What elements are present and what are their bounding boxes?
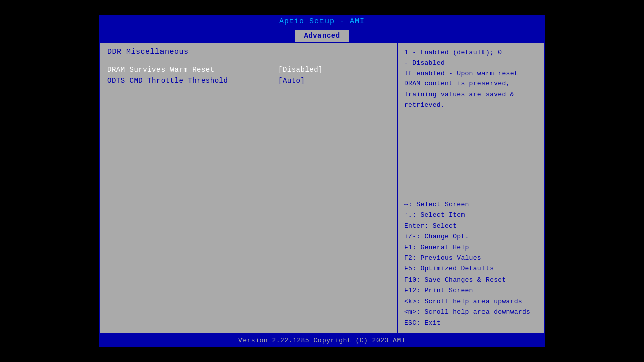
key-f5: F5: Optimized Defaults xyxy=(404,263,538,274)
setting-value-odts: [Auto] xyxy=(278,77,305,85)
right-panel: 1 - Enabled (default); 0 - Disabled If e… xyxy=(398,43,544,333)
left-panel: DDR Miscellaneous DRAM Survives Warm Res… xyxy=(100,43,398,333)
key-f10: F10: Save Changes & Reset xyxy=(404,275,538,285)
key-f1: F1: General Help xyxy=(404,242,538,253)
setting-label-dram: DRAM Survives Warm Reset xyxy=(107,66,278,74)
bios-container: Aptio Setup - AMI Advanced DDR Miscellan… xyxy=(99,15,545,347)
key-f12: F12: Print Screen xyxy=(404,285,538,296)
key-select-item: ↑↓: Select Item xyxy=(404,210,538,220)
key-k: <k>: Scroll help area upwards xyxy=(404,296,538,307)
key-select-screen: ↔: Select Screen xyxy=(404,199,538,210)
key-esc: ESC: Exit xyxy=(404,318,538,328)
setting-value-dram: [Disabled] xyxy=(278,66,323,74)
help-text: 1 - Enabled (default); 0 - Disabled If e… xyxy=(398,43,544,192)
key-change-opt: +/-: Change Opt. xyxy=(404,231,538,242)
key-f2: F2: Previous Values xyxy=(404,253,538,263)
setting-row-odts[interactable]: ODTS CMD Throttle Threshold [Auto] xyxy=(107,75,390,86)
divider xyxy=(402,194,540,194)
setting-row-dram[interactable]: DRAM Survives Warm Reset [Disabled] xyxy=(107,64,390,75)
tab-bar: Advanced xyxy=(99,28,545,42)
tab-advanced[interactable]: Advanced xyxy=(295,30,349,42)
key-m: <m>: Scroll help area downwards xyxy=(404,307,538,317)
main-content: DDR Miscellaneous DRAM Survives Warm Res… xyxy=(99,42,545,334)
setting-label-odts: ODTS CMD Throttle Threshold xyxy=(107,77,278,85)
footer: Version 2.22.1285 Copyright (C) 2023 AMI xyxy=(99,334,545,347)
title-text: Aptio Setup - AMI xyxy=(279,17,365,26)
key-help: ↔: Select Screen ↑↓: Select Item Enter: … xyxy=(398,196,544,333)
section-title: DDR Miscellaneous xyxy=(107,48,390,56)
title-bar: Aptio Setup - AMI xyxy=(99,15,545,28)
footer-text: Version 2.22.1285 Copyright (C) 2023 AMI xyxy=(238,337,406,344)
key-enter: Enter: Select xyxy=(404,221,538,231)
